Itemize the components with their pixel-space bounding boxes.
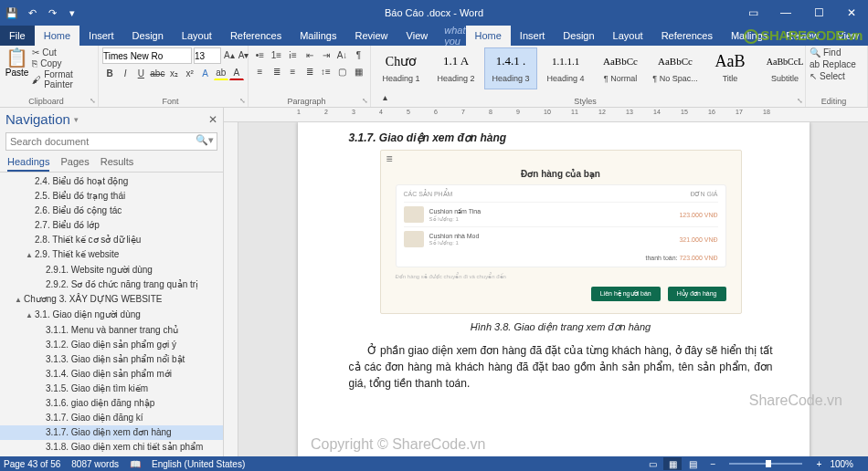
underline-button[interactable]: U: [133, 66, 148, 80]
web-layout-icon[interactable]: ▤: [683, 457, 702, 470]
nav-heading-item[interactable]: 3.1.3. Giao diện sản phẩm nổi bật: [0, 352, 223, 367]
nav-heading-item[interactable]: 2.9.1. Website người dùng: [0, 263, 223, 277]
style-heading2[interactable]: 1.1 AHeading 2: [429, 47, 482, 89]
qat-more-icon[interactable]: ▾: [64, 5, 80, 21]
tab-home[interactable]: Home: [35, 26, 79, 46]
search-input[interactable]: [5, 132, 217, 151]
nav-heading-item[interactable]: 2.9.2. Sơ đồ chức năng trang quản trị: [0, 277, 223, 292]
text-effects-icon[interactable]: A: [198, 66, 213, 80]
format-painter-button[interactable]: 🖌Format Painter: [32, 69, 94, 89]
tab-review[interactable]: Review: [777, 26, 828, 46]
close-icon[interactable]: ✕: [835, 0, 868, 26]
zoom-out-icon[interactable]: −: [704, 457, 722, 470]
zoom-in-icon[interactable]: +: [810, 457, 828, 470]
tab-insert[interactable]: Insert: [79, 26, 123, 46]
superscript-button[interactable]: x²: [183, 66, 197, 80]
page-indicator[interactable]: Page 43 of 56: [4, 459, 60, 469]
font-size-combo[interactable]: [194, 47, 221, 64]
document-scroll[interactable]: 3.1.7. Giao diện xem đơn hàng ≡ Đơn hàng…: [238, 122, 868, 456]
style-heading3[interactable]: 1.4.1 .Heading 3: [484, 47, 537, 89]
dialog-launcher-icon[interactable]: ⤡: [239, 97, 246, 105]
save-icon[interactable]: 💾: [4, 5, 20, 21]
style-normal[interactable]: AaBbCc¶ Normal: [594, 47, 647, 89]
nav-heading-item[interactable]: 2.6. Biểu đồ cộng tác: [0, 204, 223, 218]
maximize-icon[interactable]: ☐: [802, 0, 835, 26]
dialog-launcher-icon[interactable]: ⤡: [90, 97, 96, 105]
tab-references[interactable]: References: [221, 26, 291, 46]
tab-file[interactable]: File: [0, 26, 35, 46]
numbering-icon[interactable]: 1≡: [269, 47, 284, 62]
tab-design[interactable]: Design: [554, 26, 603, 46]
font-color-icon[interactable]: A: [229, 66, 244, 80]
align-left-icon[interactable]: ≡: [252, 64, 268, 78]
tab-references[interactable]: References: [652, 26, 722, 46]
tab-insert[interactable]: Insert: [511, 26, 555, 46]
nav-heading-item[interactable]: 3.1.6. giao diện đăng nhập: [0, 396, 223, 411]
style-nospac[interactable]: AaBbCc¶ No Spac...: [649, 47, 702, 89]
bullets-icon[interactable]: •≡: [252, 47, 268, 62]
nav-heading-item[interactable]: ▲Chương 3. XÂY DỰNG WEBSITE: [0, 292, 223, 308]
style-heading1[interactable]: ChươHeading 1: [375, 47, 428, 89]
nav-tab-pages[interactable]: Pages: [60, 156, 89, 172]
tab-design[interactable]: Design: [123, 26, 173, 46]
tab-view[interactable]: View: [828, 26, 868, 46]
find-button[interactable]: 🔍Find: [810, 47, 863, 58]
nav-heading-item[interactable]: ▲3.1. Giao diện người dùng: [0, 308, 223, 323]
tab-mailings[interactable]: Mailings: [291, 26, 345, 46]
increase-indent-icon[interactable]: ⇥: [318, 47, 333, 62]
cut-button[interactable]: ✂Cut: [32, 47, 94, 58]
ruler-vertical[interactable]: [224, 122, 238, 456]
shading-icon[interactable]: ▢: [334, 64, 350, 78]
language-indicator[interactable]: English (United States): [152, 459, 245, 469]
nav-heading-item[interactable]: 3.1.4. Giao diện sản phẩm mới: [0, 367, 223, 382]
close-nav-icon[interactable]: ✕: [208, 113, 217, 126]
zoom-slider[interactable]: [729, 463, 802, 465]
ribbon-options-icon[interactable]: ▭: [736, 0, 769, 26]
copy-button[interactable]: ⎘Copy: [32, 58, 94, 68]
nav-heading-item[interactable]: ▲2.9. Thiết kế website: [0, 247, 223, 263]
decrease-indent-icon[interactable]: ⇤: [302, 47, 317, 62]
tab-home[interactable]: Home: [466, 26, 511, 46]
tab-view[interactable]: View: [397, 26, 438, 46]
nav-heading-item[interactable]: 2.5. Biểu đồ trạng thái: [0, 189, 223, 204]
select-button[interactable]: ↖Select: [810, 71, 863, 81]
multilevel-list-icon[interactable]: ⅰ≡: [285, 47, 301, 62]
nav-heading-item[interactable]: 3.1.8. Giao diện xem chi tiết sản phẩm: [0, 440, 223, 455]
tab-mailings[interactable]: Mailings: [722, 26, 777, 46]
justify-icon[interactable]: ≣: [302, 64, 317, 78]
nav-heading-item[interactable]: 3.1.7. Giao diện đăng kí: [0, 411, 223, 425]
nav-heading-item[interactable]: 3.1.5. Giao diện tìm kiếm: [0, 382, 223, 396]
dialog-launcher-icon[interactable]: ⤡: [362, 97, 368, 105]
strikethrough-button[interactable]: abc: [149, 66, 165, 80]
redo-icon[interactable]: ↷: [44, 5, 60, 21]
bold-button[interactable]: B: [102, 66, 117, 80]
borders-icon[interactable]: ▦: [351, 64, 366, 78]
highlight-color-icon[interactable]: ab: [214, 66, 228, 80]
print-layout-icon[interactable]: ▦: [663, 457, 682, 470]
style-title[interactable]: AaBTitle: [704, 47, 757, 89]
tab-layout[interactable]: Layout: [173, 26, 221, 46]
tab-review[interactable]: Review: [346, 26, 397, 46]
nav-heading-item[interactable]: 2.8. Thiết kế cơ sở dữ liệu: [0, 233, 223, 247]
spellcheck-icon[interactable]: 📖: [130, 459, 141, 469]
paste-button[interactable]: 📋 Paste: [4, 47, 30, 89]
search-icon[interactable]: 🔍▾: [196, 134, 214, 146]
style-heading4[interactable]: 1.1.1.1Heading 4: [539, 47, 592, 89]
subscript-button[interactable]: x₂: [166, 66, 181, 80]
replace-button[interactable]: abReplace: [810, 59, 863, 69]
nav-heading-item[interactable]: 3.1.2. Giao diện sản phẩm gợi ý: [0, 338, 223, 352]
zoom-level[interactable]: 100%: [830, 459, 853, 469]
nav-tree[interactable]: 2.4. Biểu đồ hoạt động2.5. Biểu đồ trạng…: [0, 173, 223, 456]
show-marks-icon[interactable]: ¶: [351, 47, 366, 62]
minimize-icon[interactable]: —: [769, 0, 802, 26]
align-right-icon[interactable]: ≡: [285, 64, 301, 78]
word-count[interactable]: 8087 words: [71, 459, 119, 469]
nav-tab-results[interactable]: Results: [101, 156, 134, 172]
align-center-icon[interactable]: ≣: [269, 64, 284, 78]
nav-heading-item[interactable]: 3.1.1. Menu và banner trang chủ: [0, 323, 223, 338]
nav-heading-item[interactable]: 2.4. Biểu đồ hoạt động: [0, 174, 223, 189]
ruler-horizontal[interactable]: 123456789101112131415161718: [224, 108, 868, 122]
sort-icon[interactable]: A↓: [334, 47, 350, 62]
grow-font-icon[interactable]: A▴: [223, 47, 236, 62]
nav-heading-item[interactable]: 2.7. Biểu đồ lớp: [0, 218, 223, 233]
